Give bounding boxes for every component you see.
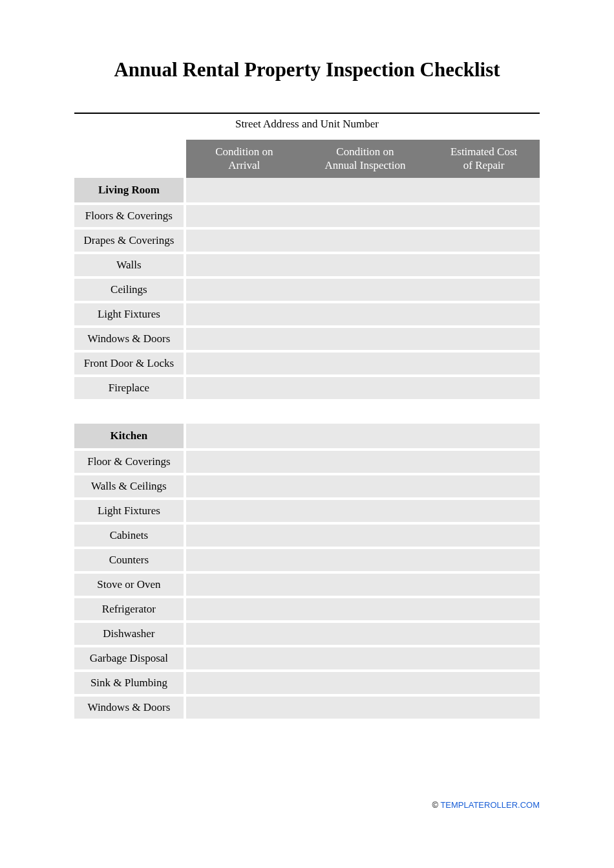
row-label: Cabinets <box>74 522 186 547</box>
cell-input[interactable] <box>428 547 540 571</box>
cell-input[interactable] <box>428 301 540 325</box>
row-label: Windows & Doors <box>74 694 186 719</box>
cell-input[interactable] <box>302 325 428 350</box>
table-row: Cabinets <box>74 522 540 547</box>
cell-input[interactable] <box>302 669 428 694</box>
table-row: Garbage Disposal <box>74 645 540 669</box>
table-row: Walls <box>74 252 540 276</box>
section-header-label: Kitchen <box>74 424 186 448</box>
cell-input[interactable] <box>186 325 302 350</box>
cell-input[interactable] <box>428 620 540 645</box>
cell-input[interactable] <box>302 350 428 374</box>
cell-input[interactable] <box>428 571 540 596</box>
cell-input[interactable] <box>428 350 540 374</box>
row-label: Counters <box>74 547 186 571</box>
table-row: Light Fixtures <box>74 497 540 522</box>
table-header-row: Condition onArrival Condition onAnnual I… <box>74 140 540 178</box>
col-header-empty <box>74 140 186 178</box>
cell-input[interactable] <box>428 473 540 497</box>
row-label: Floor & Coverings <box>74 448 186 473</box>
cell-input[interactable] <box>186 350 302 374</box>
table-row: Floor & Coverings <box>74 448 540 473</box>
col-header-cost: Estimated Costof Repair <box>428 140 540 178</box>
table-row: Counters <box>74 547 540 571</box>
row-label: Fireplace <box>74 374 186 399</box>
table-spacer <box>74 399 540 424</box>
cell-input[interactable] <box>302 596 428 620</box>
table-row: Light Fixtures <box>74 301 540 325</box>
cell-input[interactable] <box>428 202 540 227</box>
cell-input[interactable] <box>302 473 428 497</box>
address-input-line[interactable] <box>74 113 540 114</box>
cell-input[interactable] <box>186 571 302 596</box>
cell-input[interactable] <box>186 473 302 497</box>
footer: © TEMPLATEROLLER.COM <box>432 800 540 810</box>
cell-input[interactable] <box>186 301 302 325</box>
table-row: Windows & Doors <box>74 325 540 350</box>
col-header-arrival: Condition onArrival <box>186 140 302 178</box>
cell-input[interactable] <box>428 252 540 276</box>
table-row: Refrigerator <box>74 596 540 620</box>
cell-input[interactable] <box>428 325 540 350</box>
section-header-row: Living Room <box>74 178 540 202</box>
cell-input[interactable] <box>302 694 428 719</box>
cell-input[interactable] <box>428 694 540 719</box>
cell-input[interactable] <box>186 252 302 276</box>
section-header-label: Living Room <box>74 178 186 202</box>
cell-input[interactable] <box>186 448 302 473</box>
table-row: Ceilings <box>74 276 540 301</box>
cell-input[interactable] <box>428 374 540 399</box>
cell-input[interactable] <box>428 227 540 252</box>
cell-input[interactable] <box>302 497 428 522</box>
table-row: Stove or Oven <box>74 571 540 596</box>
cell-input[interactable] <box>302 374 428 399</box>
cell-input[interactable] <box>186 547 302 571</box>
table-row: Floors & Coverings <box>74 202 540 227</box>
cell-input[interactable] <box>302 252 428 276</box>
footer-link[interactable]: TEMPLATEROLLER.COM <box>440 800 540 810</box>
inspection-table: Condition onArrival Condition onAnnual I… <box>74 140 540 719</box>
section-header-cells[interactable] <box>186 424 540 448</box>
cell-input[interactable] <box>186 596 302 620</box>
row-label: Drapes & Coverings <box>74 227 186 252</box>
cell-input[interactable] <box>428 497 540 522</box>
row-label: Front Door & Locks <box>74 350 186 374</box>
cell-input[interactable] <box>428 669 540 694</box>
table-row: Walls & Ceilings <box>74 473 540 497</box>
row-label: Windows & Doors <box>74 325 186 350</box>
table-row: Fireplace <box>74 374 540 399</box>
cell-input[interactable] <box>428 596 540 620</box>
cell-input[interactable] <box>186 522 302 547</box>
cell-input[interactable] <box>186 620 302 645</box>
cell-input[interactable] <box>302 301 428 325</box>
cell-input[interactable] <box>428 448 540 473</box>
cell-input[interactable] <box>186 227 302 252</box>
section-header-cells[interactable] <box>186 178 540 202</box>
cell-input[interactable] <box>428 276 540 301</box>
cell-input[interactable] <box>302 227 428 252</box>
page-title: Annual Rental Property Inspection Checkl… <box>74 58 540 81</box>
col-header-annual: Condition onAnnual Inspection <box>302 140 428 178</box>
cell-input[interactable] <box>186 694 302 719</box>
copyright-symbol: © <box>432 800 438 810</box>
cell-input[interactable] <box>302 645 428 669</box>
cell-input[interactable] <box>186 645 302 669</box>
row-label: Floors & Coverings <box>74 202 186 227</box>
cell-input[interactable] <box>302 276 428 301</box>
cell-input[interactable] <box>186 669 302 694</box>
cell-input[interactable] <box>302 202 428 227</box>
cell-input[interactable] <box>428 645 540 669</box>
table-row: Windows & Doors <box>74 694 540 719</box>
cell-input[interactable] <box>428 522 540 547</box>
cell-input[interactable] <box>302 571 428 596</box>
table-row: Front Door & Locks <box>74 350 540 374</box>
cell-input[interactable] <box>302 620 428 645</box>
cell-input[interactable] <box>186 276 302 301</box>
cell-input[interactable] <box>186 497 302 522</box>
cell-input[interactable] <box>186 374 302 399</box>
cell-input[interactable] <box>302 448 428 473</box>
cell-input[interactable] <box>302 547 428 571</box>
cell-input[interactable] <box>302 522 428 547</box>
section-header-row: Kitchen <box>74 424 540 448</box>
cell-input[interactable] <box>186 202 302 227</box>
